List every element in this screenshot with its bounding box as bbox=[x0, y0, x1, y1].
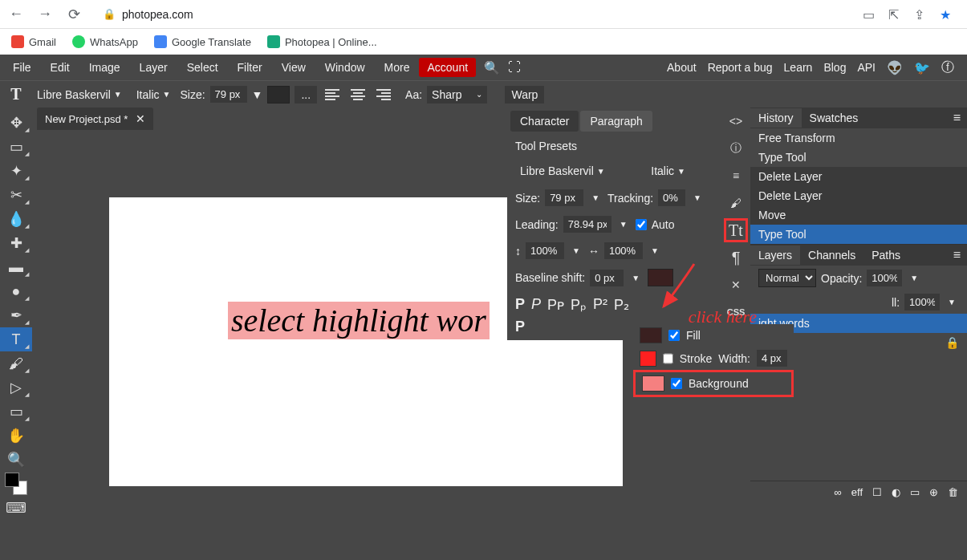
menu-account[interactable]: Account bbox=[419, 58, 476, 77]
menu-select[interactable]: Select bbox=[177, 58, 228, 77]
menu-window[interactable]: Window bbox=[315, 58, 375, 77]
history-item[interactable]: Move bbox=[750, 205, 967, 225]
nav-back-button[interactable]: ← bbox=[6, 5, 26, 24]
panel-font-dropdown[interactable]: Libre Baskervil ▼ bbox=[515, 162, 610, 180]
nav-reload-button[interactable]: ⟳ bbox=[64, 5, 83, 24]
document-tab[interactable]: New Project.psd * ✕ bbox=[37, 108, 153, 130]
font-size-input[interactable] bbox=[210, 86, 247, 103]
tab-icon[interactable]: ▭ bbox=[863, 7, 877, 22]
marquee-tool[interactable]: ▭◢ bbox=[0, 135, 32, 159]
antialias-dropdown[interactable]: Sharp ⌄ bbox=[427, 86, 487, 103]
panel-tracking-input[interactable] bbox=[658, 189, 685, 206]
background-swatch[interactable] bbox=[642, 375, 664, 392]
auto-leading-checkbox[interactable] bbox=[636, 219, 647, 230]
panel-hscale-input[interactable] bbox=[604, 242, 643, 259]
wand-tool[interactable]: ✦◢ bbox=[0, 159, 32, 183]
tab-layers[interactable]: Layers bbox=[750, 246, 800, 265]
stroke-width-input[interactable] bbox=[757, 350, 787, 367]
twitter-icon[interactable]: 🐦 bbox=[914, 60, 930, 75]
history-item[interactable]: Free Transform bbox=[750, 128, 967, 148]
align-center-button[interactable] bbox=[347, 86, 368, 103]
link-icon[interactable]: ∞ bbox=[832, 486, 844, 498]
menu-about[interactable]: About bbox=[667, 61, 697, 74]
color-swatches-tool[interactable] bbox=[0, 472, 32, 496]
crop-tool[interactable]: ✂◢ bbox=[0, 183, 32, 207]
strip-lines[interactable]: ≡ bbox=[724, 164, 748, 188]
tab-paragraph[interactable]: Paragraph bbox=[580, 111, 652, 132]
panel-size-input[interactable] bbox=[545, 189, 583, 206]
bookmark-whatsapp[interactable]: WhatsApp bbox=[72, 35, 138, 48]
bookmark-translate[interactable]: Google Translate bbox=[154, 35, 251, 48]
menu-layer[interactable]: Layer bbox=[130, 58, 177, 77]
facebook-icon[interactable]: ⓕ bbox=[941, 59, 954, 76]
type-tool[interactable]: T◢ bbox=[0, 327, 32, 351]
menu-blog[interactable]: Blog bbox=[823, 61, 846, 74]
panel-style-dropdown[interactable]: Italic ▼ bbox=[646, 162, 690, 180]
folder-icon[interactable]: ▭ bbox=[908, 486, 922, 498]
align-right-button[interactable] bbox=[373, 86, 394, 103]
tab-history[interactable]: History bbox=[750, 108, 802, 128]
menu-api[interactable]: API bbox=[857, 61, 876, 74]
heal-tool[interactable]: ✚◢ bbox=[0, 231, 32, 255]
panel-baseline-input[interactable] bbox=[590, 270, 624, 286]
reddit-icon[interactable]: 👽 bbox=[887, 60, 903, 75]
menu-view[interactable]: View bbox=[272, 58, 315, 77]
history-item[interactable]: Delete Layer bbox=[750, 167, 967, 186]
close-icon[interactable]: ✕ bbox=[136, 112, 145, 125]
panel-menu-icon[interactable]: ≡ bbox=[947, 111, 967, 125]
zoom-tool[interactable]: 🔍 bbox=[0, 448, 32, 472]
search-icon[interactable]: 🔍 bbox=[484, 60, 500, 75]
path-select-tool[interactable]: ▷◢ bbox=[0, 375, 32, 400]
font-style-dropdown[interactable]: Italic ▼ bbox=[132, 86, 176, 103]
glyph-superscript[interactable]: P² bbox=[593, 296, 607, 314]
star-icon[interactable]: ★ bbox=[940, 7, 954, 22]
menu-filter[interactable]: Filter bbox=[228, 58, 272, 77]
history-item[interactable]: Type Tool bbox=[750, 148, 967, 167]
background-checkbox[interactable] bbox=[671, 378, 682, 389]
menu-learn[interactable]: Learn bbox=[784, 61, 813, 74]
panel-size-dd[interactable]: ▼ bbox=[588, 193, 603, 202]
install-icon[interactable]: ⇱ bbox=[888, 7, 903, 22]
tab-paths[interactable]: Paths bbox=[863, 246, 908, 265]
nav-forward-button[interactable]: → bbox=[35, 5, 55, 24]
trash-icon[interactable]: 🗑 bbox=[945, 486, 961, 498]
strip-brush[interactable]: 🖌 bbox=[724, 191, 748, 215]
strip-character[interactable]: Tt bbox=[724, 218, 748, 242]
glyph-bold[interactable]: P bbox=[515, 296, 525, 314]
glyph-italic[interactable]: P bbox=[531, 296, 541, 314]
stroke-swatch[interactable] bbox=[640, 351, 656, 367]
layers-menu-icon[interactable]: ≡ bbox=[947, 248, 967, 262]
history-item[interactable]: Delete Layer bbox=[750, 186, 967, 205]
blur-tool[interactable]: ●◢ bbox=[0, 279, 32, 303]
menu-image[interactable]: Image bbox=[79, 58, 130, 77]
warp-button[interactable]: Warp bbox=[505, 86, 544, 103]
hand-tool[interactable]: ✋ bbox=[0, 424, 32, 448]
text-color-swatch[interactable] bbox=[267, 86, 290, 103]
fill-swatch[interactable] bbox=[640, 327, 662, 343]
url-bar[interactable]: 🔒 photopea.com bbox=[93, 8, 853, 21]
brush-tool[interactable]: ▬◢ bbox=[0, 255, 32, 279]
strip-info[interactable]: ⓘ bbox=[724, 136, 748, 160]
menu-edit[interactable]: Edit bbox=[41, 58, 79, 77]
size-dropdown-icon[interactable]: ▼ bbox=[252, 88, 263, 101]
panel-leading-input[interactable] bbox=[563, 216, 611, 233]
fullscreen-icon[interactable]: ⛶ bbox=[508, 60, 521, 75]
glyph-sub2[interactable]: P₂ bbox=[614, 296, 629, 314]
fx-icon[interactable]: eff bbox=[849, 486, 865, 498]
fill-opacity-input[interactable] bbox=[904, 294, 940, 310]
history-item[interactable]: Type Tool bbox=[750, 225, 967, 244]
panel-vscale-input[interactable] bbox=[526, 242, 564, 259]
menu-more[interactable]: More bbox=[375, 58, 420, 77]
bookmark-gmail[interactable]: Gmail bbox=[11, 35, 56, 48]
strip-tools[interactable]: ✕ bbox=[724, 273, 748, 297]
clone-tool[interactable]: 🖌◢ bbox=[0, 351, 32, 375]
glyph-subscript[interactable]: Pₚ bbox=[571, 296, 587, 314]
shape-tool[interactable]: ▭◢ bbox=[0, 400, 32, 424]
menu-file[interactable]: File bbox=[3, 58, 41, 77]
eyedropper-tool[interactable]: 💧◢ bbox=[0, 207, 32, 231]
tab-swatches[interactable]: Swatches bbox=[802, 108, 867, 128]
glyph-underline[interactable]: P bbox=[515, 319, 525, 335]
mask-icon[interactable]: ☐ bbox=[870, 486, 884, 498]
align-left-button[interactable] bbox=[322, 86, 343, 103]
stroke-checkbox[interactable] bbox=[663, 353, 673, 364]
